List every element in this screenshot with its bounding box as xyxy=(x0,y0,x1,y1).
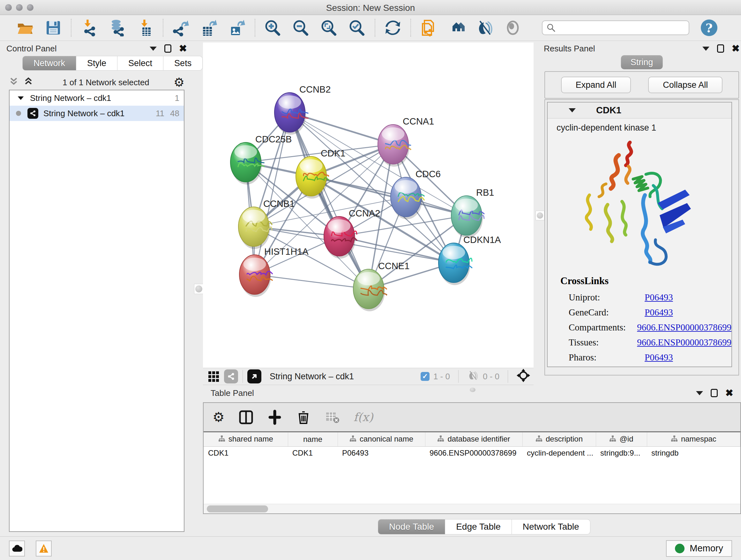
protein-section-header[interactable]: CDK1 xyxy=(548,103,731,118)
column-header-database-identifier[interactable]: database identifier xyxy=(425,432,522,446)
zoom-in-icon[interactable] xyxy=(264,18,282,37)
crosshair-icon[interactable] xyxy=(516,368,530,385)
network-edge-CDK1-RB1[interactable] xyxy=(311,176,467,215)
collapse-all-button[interactable]: Collapse All xyxy=(648,77,723,93)
cloud-icon[interactable] xyxy=(9,541,25,557)
hide-unhide-icon[interactable] xyxy=(475,18,494,37)
network-node-CCNB1[interactable]: CCNB1 xyxy=(239,199,294,249)
save-session-icon[interactable] xyxy=(44,18,63,37)
network-node-CCNA2[interactable]: CCNA2 xyxy=(324,208,380,259)
help-button[interactable]: ? xyxy=(701,19,718,36)
export-table-icon[interactable] xyxy=(200,18,218,37)
selected-checkbox[interactable]: ✓ xyxy=(421,372,429,381)
crosslink-link[interactable]: P06493 xyxy=(645,307,673,318)
column-header-@id[interactable]: @id xyxy=(596,432,647,446)
scrollbar-thumb[interactable] xyxy=(207,505,268,512)
table-cell[interactable]: cyclin-dependent ... xyxy=(522,446,596,460)
network-node-HIST1H1A[interactable]: HIST1H1A xyxy=(239,246,309,297)
zoom-out-icon[interactable] xyxy=(292,18,310,37)
network-row-selected[interactable]: String Network – cdk1 11 48 xyxy=(10,106,184,121)
network-view-title: String Network – cdk1 xyxy=(270,372,421,381)
network-node-CDC25B[interactable]: CDC25B xyxy=(230,134,292,185)
expand-all-networks-icon[interactable] xyxy=(9,76,18,89)
network-canvas[interactable]: CCNB2CCNA1CDC25BCDK1CDC6RB1CCNB1CCNA2CDK… xyxy=(203,43,534,368)
tab-network[interactable]: Network xyxy=(22,56,76,71)
import-database-icon[interactable] xyxy=(108,18,126,37)
tab-select[interactable]: Select xyxy=(118,56,163,71)
panel-close-icon[interactable]: ✖ xyxy=(725,389,733,397)
tab-edge-table[interactable]: Edge Table xyxy=(445,519,512,535)
node-label-CCNB1: CCNB1 xyxy=(263,199,294,209)
export-image-icon[interactable] xyxy=(228,18,246,37)
grid-view-icon[interactable] xyxy=(206,369,221,384)
panel-menu-icon[interactable] xyxy=(150,47,157,51)
column-header-shared-name[interactable]: shared name xyxy=(204,432,288,446)
panel-close-icon[interactable]: ✖ xyxy=(179,44,187,53)
table-cell[interactable]: 9606.ENSP00000378699 xyxy=(425,446,522,460)
crosslink-link[interactable]: 9606.ENSP00000378699 xyxy=(637,337,731,348)
add-column-icon[interactable] xyxy=(267,410,282,425)
network-node-CCNA1[interactable]: CCNA1 xyxy=(378,116,434,167)
column-header-namespac[interactable]: namespac xyxy=(647,432,740,446)
import-table-icon[interactable] xyxy=(136,18,154,37)
tab-node-table[interactable]: Node Table xyxy=(378,519,445,535)
columns-icon[interactable] xyxy=(239,410,253,425)
network-options-gear-icon[interactable]: ⚙ xyxy=(174,76,185,88)
export-network-icon[interactable] xyxy=(172,18,190,37)
crosslink-link[interactable]: P06493 xyxy=(645,292,673,303)
string-documents-icon[interactable] xyxy=(419,18,438,37)
network-edge-CCNB2-CCNE1[interactable] xyxy=(290,112,368,289)
collapse-section-icon[interactable] xyxy=(569,108,576,112)
network-current-indicator xyxy=(16,111,21,116)
column-header-canonical-name[interactable]: canonical name xyxy=(338,432,425,446)
memory-button[interactable]: Memory xyxy=(666,540,732,557)
open-session-icon[interactable] xyxy=(16,18,35,37)
table-row[interactable]: CDK1CDK1P064939606.ENSP00000378699cyclin… xyxy=(204,446,740,460)
import-network-icon[interactable] xyxy=(80,18,98,37)
share-network-icon[interactable] xyxy=(224,369,238,383)
network-node-CDKN1A[interactable]: CDKN1A xyxy=(439,235,501,285)
network-node-CCNB2[interactable]: CCNB2 xyxy=(274,84,331,135)
table-cell[interactable]: stringdb xyxy=(647,446,740,460)
refresh-icon[interactable] xyxy=(384,18,402,37)
panel-float-icon[interactable] xyxy=(717,44,724,53)
delete-column-icon[interactable] xyxy=(296,410,311,425)
table-settings-icon[interactable]: ⚙ xyxy=(212,411,225,423)
crosslink-link[interactable]: 9606.ENSP00000378699 xyxy=(637,322,731,333)
birdseye-icon[interactable] xyxy=(247,369,261,383)
network-node-RB1[interactable]: RB1 xyxy=(451,187,494,238)
panel-close-icon[interactable]: ✖ xyxy=(732,44,740,53)
home-network-icon[interactable] xyxy=(448,18,466,37)
collection-expand-icon[interactable] xyxy=(18,96,24,100)
left-splitter-handle[interactable] xyxy=(194,284,204,294)
network-collection-row[interactable]: String Network – cdk1 1 xyxy=(10,90,184,106)
panel-float-icon[interactable] xyxy=(164,44,172,53)
warning-icon[interactable] xyxy=(36,541,52,557)
delete-table-icon[interactable] xyxy=(325,410,340,425)
table-cell[interactable]: P06493 xyxy=(338,446,425,460)
network-node-CCNE1[interactable]: CCNE1 xyxy=(353,261,409,311)
eye-icon[interactable] xyxy=(503,18,522,37)
tab-sets[interactable]: Sets xyxy=(163,56,203,71)
tab-network-table[interactable]: Network Table xyxy=(512,519,590,535)
collapse-all-networks-icon[interactable] xyxy=(23,76,33,89)
crosslink-link[interactable]: P06493 xyxy=(645,352,673,363)
network-edge-HIST1H1A-CCNE1[interactable] xyxy=(255,274,368,289)
expand-all-button[interactable]: Expand All xyxy=(561,77,631,93)
column-header-name[interactable]: name xyxy=(288,432,338,446)
table-cell[interactable]: CDK1 xyxy=(288,446,338,460)
table-cell[interactable]: stringdb:9... xyxy=(596,446,647,460)
network-node-CDC6[interactable]: CDC6 xyxy=(391,169,441,219)
tab-style[interactable]: Style xyxy=(76,56,118,71)
table-cell[interactable]: CDK1 xyxy=(204,446,288,460)
search-input[interactable] xyxy=(556,23,677,32)
hidden-eye-icon xyxy=(467,370,479,383)
column-header-description[interactable]: description xyxy=(522,432,596,446)
panel-float-icon[interactable] xyxy=(711,389,718,397)
panel-menu-icon[interactable] xyxy=(696,391,703,395)
table-horizontal-scrollbar[interactable] xyxy=(204,504,740,513)
zoom-selected-icon[interactable] xyxy=(348,18,366,37)
tab-string[interactable]: String xyxy=(621,55,663,69)
panel-menu-icon[interactable] xyxy=(702,47,710,51)
zoom-fit-icon[interactable] xyxy=(320,18,338,37)
